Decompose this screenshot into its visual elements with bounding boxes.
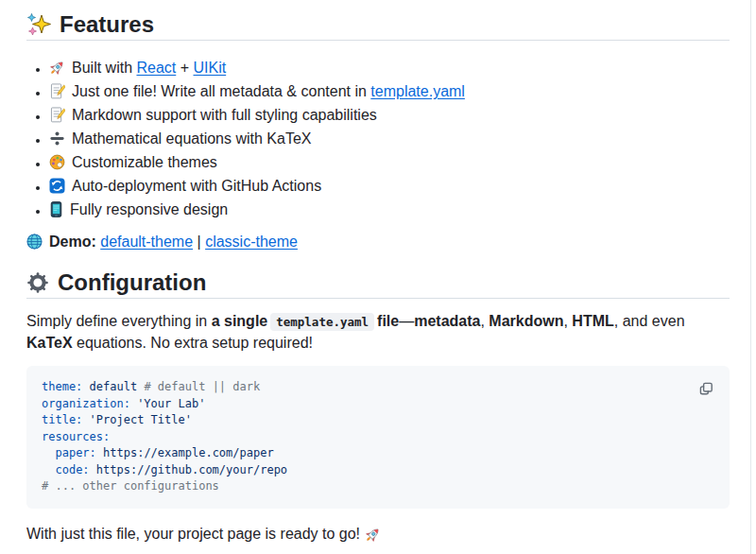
intro-bold: metadata	[414, 313, 480, 329]
right-edge-divider	[750, 0, 751, 554]
code-line: # ... other configurations	[42, 478, 714, 495]
link-classic-theme[interactable]: classic-theme	[205, 234, 298, 250]
feature-item-autodeploy: Auto-deployment with GitHub Actions	[49, 174, 730, 198]
intro-text: Simply define everything in	[26, 313, 212, 329]
intro-text: —	[399, 313, 414, 329]
intro-bold: HTML	[572, 313, 613, 329]
yaml-code: theme: default # default || darkorganiza…	[42, 379, 714, 495]
memo-icon	[49, 83, 65, 99]
configuration-title: Configuration	[58, 270, 206, 295]
rocket-icon	[365, 527, 381, 543]
feature-text: Customizable themes	[72, 154, 217, 170]
demo-label: Demo:	[49, 234, 100, 250]
phone-icon	[49, 201, 63, 217]
link-default-theme[interactable]: default-theme	[100, 234, 193, 250]
code-line: code: https://github.com/your/repo	[42, 462, 714, 479]
demo-separator: |	[193, 234, 205, 250]
copy-icon	[698, 381, 713, 396]
intro-text: , and even	[614, 313, 685, 329]
copy-code-button[interactable]	[692, 374, 720, 403]
feature-text: Mathematical equations with KaTeX	[72, 130, 311, 147]
memo-icon	[49, 107, 65, 123]
globe-icon	[26, 234, 43, 250]
feature-item-built-with: Built with React + UIKit	[49, 56, 730, 79]
section-heading-features: Features	[26, 12, 730, 41]
link-react[interactable]: React	[136, 60, 176, 76]
outro-line: With just this file, your project page i…	[26, 524, 730, 544]
section-heading-configuration: Configuration	[26, 270, 730, 299]
outro-text: With just this file, your project page i…	[26, 526, 360, 542]
code-line: paper: https://example.com/paper	[42, 445, 714, 462]
configuration-intro: Simply define everything in a singletemp…	[26, 311, 730, 354]
feature-text: Built with	[72, 60, 136, 76]
features-list: Built with React + UIKit Just one file! …	[26, 56, 730, 221]
feature-item-math: Mathematical equations with KaTeX	[49, 127, 730, 150]
feature-item-themes: Customizable themes	[49, 150, 730, 174]
intro-text: equations. No extra setup required!	[73, 335, 313, 351]
divide-icon	[49, 130, 65, 147]
link-template-yaml[interactable]: template.yaml	[370, 83, 465, 99]
code-block-container: theme: default # default || darkorganiza…	[26, 366, 730, 509]
palette-icon	[49, 154, 65, 170]
demo-line: Demo: default-theme | classic-theme	[26, 232, 730, 251]
intro-text: ,	[480, 313, 489, 329]
rocket-icon	[49, 60, 65, 76]
feature-text: Just one file! Write all metadata & cont…	[72, 83, 370, 99]
code-line: theme: default # default || dark	[42, 379, 714, 396]
intro-bold: Markdown	[489, 313, 563, 329]
intro-bold: KaTeX	[26, 335, 73, 351]
sync-icon	[49, 178, 65, 194]
intro-bold: a single	[212, 313, 268, 329]
gear-icon	[26, 271, 49, 294]
readme-content: Features Built with React + UIKit	[26, 12, 730, 544]
feature-item-markdown: Markdown support with full styling capab…	[49, 103, 730, 127]
feature-text: Fully responsive design	[70, 201, 228, 217]
feature-item-responsive: Fully responsive design	[49, 198, 730, 221]
feature-item-one-file: Just one file! Write all metadata & cont…	[49, 79, 730, 103]
feature-text: +	[176, 60, 193, 76]
yaml-code-block: theme: default # default || darkorganiza…	[26, 366, 730, 509]
link-uikit[interactable]: UIKit	[194, 60, 227, 76]
feature-text: Auto-deployment with GitHub Actions	[72, 178, 321, 194]
features-title: Features	[60, 12, 154, 37]
code-line: title: 'Project Title'	[42, 412, 714, 429]
sparkles-icon	[26, 12, 51, 37]
inline-code-template-yaml: template.yaml	[270, 313, 374, 331]
code-line: resources:	[42, 429, 714, 446]
code-line: organization: 'Your Lab'	[42, 396, 714, 413]
feature-text: Markdown support with full styling capab…	[72, 107, 377, 123]
intro-bold: file	[377, 313, 399, 329]
